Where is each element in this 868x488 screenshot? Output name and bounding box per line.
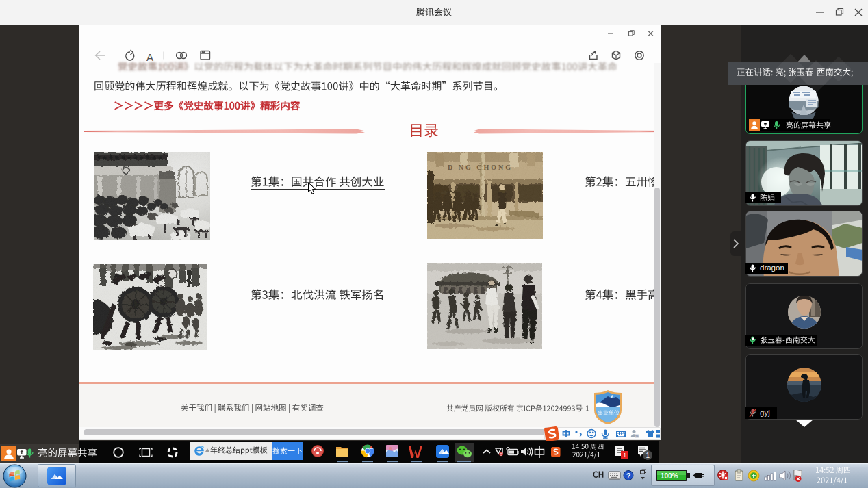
svg-text:?: ? — [626, 472, 631, 480]
svg-text:1: 1 — [623, 452, 626, 459]
svg-text:100%: 100% — [661, 472, 678, 480]
svg-text:1: 1 — [646, 452, 650, 459]
svg-text:15: 15 — [635, 435, 639, 438]
